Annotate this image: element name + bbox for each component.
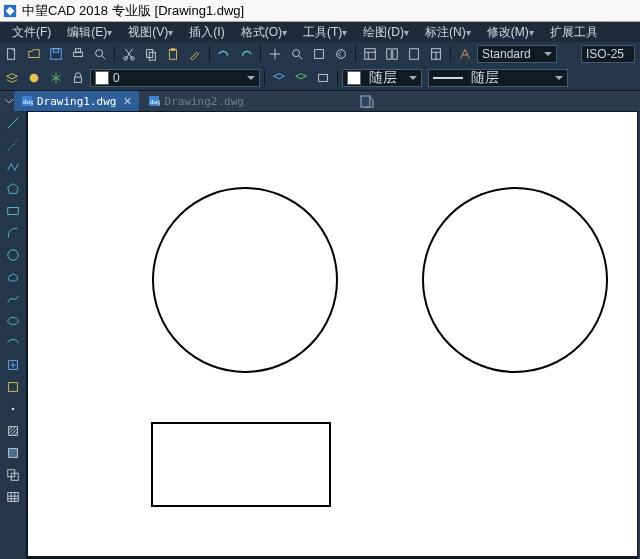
redo-button[interactable] bbox=[236, 44, 256, 64]
undo-button[interactable] bbox=[214, 44, 234, 64]
chevron-down-icon: ▾ bbox=[168, 27, 173, 38]
make-block-tool[interactable] bbox=[2, 377, 24, 397]
bylayer-color-label: 随层 bbox=[365, 69, 397, 87]
design-center-button[interactable] bbox=[382, 44, 402, 64]
layer-lock-button[interactable] bbox=[68, 68, 88, 88]
revision-cloud-tool[interactable] bbox=[2, 267, 24, 287]
ellipse-arc-tool[interactable] bbox=[2, 333, 24, 353]
svg-rect-11 bbox=[170, 50, 177, 60]
svg-point-8 bbox=[131, 57, 135, 61]
polygon-tool[interactable] bbox=[2, 179, 24, 199]
color-dropdown[interactable]: 随层 bbox=[342, 69, 422, 87]
new-tab-button[interactable] bbox=[358, 93, 376, 109]
drawing-canvas[interactable] bbox=[28, 112, 637, 556]
svg-rect-30 bbox=[8, 208, 19, 215]
layer-state-button[interactable] bbox=[24, 68, 44, 88]
point-tool[interactable] bbox=[2, 399, 24, 419]
svg-rect-3 bbox=[53, 49, 58, 53]
svg-text:dwg: dwg bbox=[23, 98, 33, 106]
menu-file[interactable]: 文件(F) bbox=[4, 22, 59, 43]
tabstrip-menu-button[interactable] bbox=[4, 97, 14, 105]
menu-edit[interactable]: 编辑(E)▾ bbox=[59, 22, 120, 43]
document-tab[interactable]: dwg Drawing2.dwg bbox=[141, 91, 250, 111]
hatch-tool[interactable] bbox=[2, 421, 24, 441]
separator-icon bbox=[209, 46, 210, 62]
menu-tools[interactable]: 工具(T)▾ bbox=[295, 22, 355, 43]
calculator-button[interactable] bbox=[426, 44, 446, 64]
polyline-tool[interactable] bbox=[2, 157, 24, 177]
svg-point-41 bbox=[153, 188, 337, 372]
gradient-tool[interactable] bbox=[2, 443, 24, 463]
menu-view[interactable]: 视图(V)▾ bbox=[120, 22, 181, 43]
print-preview-button[interactable] bbox=[90, 44, 110, 64]
separator-icon bbox=[114, 46, 115, 62]
chevron-down-icon bbox=[555, 76, 563, 80]
line-tool[interactable] bbox=[2, 113, 24, 133]
zoom-window-button[interactable] bbox=[309, 44, 329, 64]
menu-insert[interactable]: 插入(I) bbox=[181, 22, 232, 43]
prev-layer-button[interactable] bbox=[269, 68, 289, 88]
drawing-content bbox=[28, 112, 637, 556]
construction-line-tool[interactable] bbox=[2, 135, 24, 155]
arc-tool[interactable] bbox=[2, 223, 24, 243]
match-properties-button[interactable] bbox=[185, 44, 205, 64]
rectangle-tool[interactable] bbox=[2, 201, 24, 221]
close-tab-button[interactable] bbox=[124, 97, 132, 105]
drawing-canvas-frame bbox=[27, 111, 638, 559]
insert-block-tool[interactable] bbox=[2, 355, 24, 375]
separator-icon bbox=[264, 70, 265, 86]
svg-rect-17 bbox=[387, 49, 391, 60]
layer-dropdown[interactable]: 0 bbox=[90, 69, 260, 87]
menu-format[interactable]: 格式(O)▾ bbox=[233, 22, 295, 43]
title-app-name: 中望CAD 2018 专业版 bbox=[22, 2, 151, 20]
menubar: 文件(F) 编辑(E)▾ 视图(V)▾ 插入(I) 格式(O)▾ 工具(T)▾ … bbox=[0, 22, 640, 42]
menu-ext[interactable]: 扩展工具 bbox=[542, 22, 606, 43]
workspace bbox=[0, 111, 640, 559]
text-style-dropdown[interactable]: Standard bbox=[477, 45, 557, 63]
layer-walk-button[interactable] bbox=[313, 68, 333, 88]
circle-tool[interactable] bbox=[2, 245, 24, 265]
ellipse-tool[interactable] bbox=[2, 311, 24, 331]
chevron-down-icon: ▾ bbox=[107, 27, 112, 38]
toolbar-row-2: 0 随层 随层 bbox=[0, 66, 640, 90]
print-button[interactable] bbox=[68, 44, 88, 64]
cut-button[interactable] bbox=[119, 44, 139, 64]
tool-palettes-button[interactable] bbox=[404, 44, 424, 64]
svg-rect-4 bbox=[74, 52, 83, 56]
open-file-button[interactable] bbox=[24, 44, 44, 64]
dwg-icon: dwg bbox=[21, 95, 33, 107]
layer-iso-button[interactable] bbox=[291, 68, 311, 88]
copy-button[interactable] bbox=[141, 44, 161, 64]
dim-style-dropdown[interactable]: ISO-25 bbox=[581, 45, 635, 63]
document-tab[interactable]: dwg Drawing1.dwg bbox=[14, 91, 139, 111]
dim-style-manager-button[interactable] bbox=[559, 44, 579, 64]
svg-point-15 bbox=[337, 50, 346, 59]
zoom-previous-button[interactable] bbox=[331, 44, 351, 64]
save-button[interactable] bbox=[46, 44, 66, 64]
menu-dim-label: 标注(N) bbox=[425, 25, 466, 39]
svg-rect-34 bbox=[9, 383, 18, 392]
separator-icon bbox=[260, 46, 261, 62]
region-tool[interactable] bbox=[2, 465, 24, 485]
table-tool[interactable] bbox=[2, 487, 24, 507]
new-file-button[interactable] bbox=[2, 44, 22, 64]
svg-point-13 bbox=[293, 50, 300, 57]
pan-button[interactable] bbox=[265, 44, 285, 64]
layer-freeze-button[interactable] bbox=[46, 68, 66, 88]
text-style-manager-button[interactable] bbox=[455, 44, 475, 64]
menu-edit-label: 编辑(E) bbox=[67, 25, 107, 39]
zoom-realtime-button[interactable] bbox=[287, 44, 307, 64]
paste-button[interactable] bbox=[163, 44, 183, 64]
chevron-down-icon: ▾ bbox=[404, 27, 409, 38]
properties-button[interactable] bbox=[360, 44, 380, 64]
layer-manager-button[interactable] bbox=[2, 68, 22, 88]
svg-point-7 bbox=[124, 57, 128, 61]
menu-modify[interactable]: 修改(M)▾ bbox=[479, 22, 542, 43]
spline-tool[interactable] bbox=[2, 289, 24, 309]
menu-dim[interactable]: 标注(N)▾ bbox=[417, 22, 479, 43]
svg-rect-19 bbox=[410, 49, 419, 60]
menu-draw[interactable]: 绘图(D)▾ bbox=[355, 22, 417, 43]
chevron-down-icon: ▾ bbox=[529, 27, 534, 38]
menu-modify-label: 修改(M) bbox=[487, 25, 529, 39]
linetype-dropdown[interactable]: 随层 bbox=[428, 69, 568, 87]
